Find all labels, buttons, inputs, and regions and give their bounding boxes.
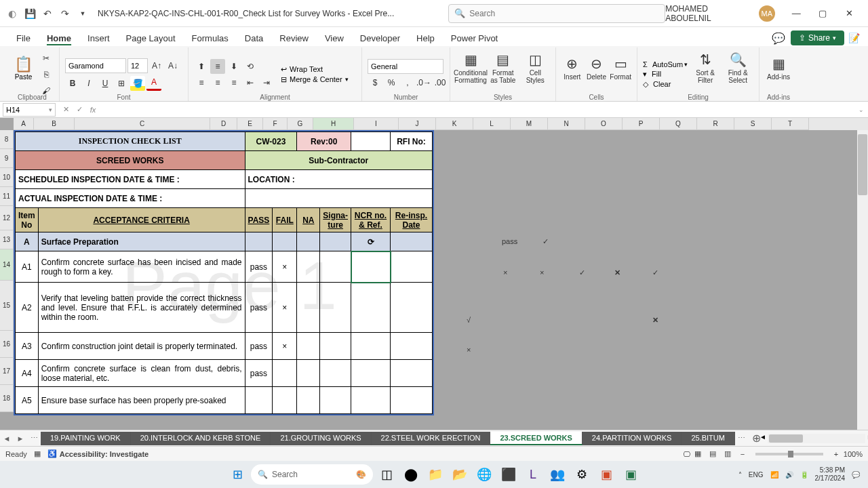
tab-review[interactable]: Review xyxy=(271,30,317,46)
tab-insert[interactable]: Insert xyxy=(79,30,118,46)
criteria-header[interactable]: ACCEPTANCE CRITERIA xyxy=(38,208,245,232)
formula-input[interactable] xyxy=(103,106,859,114)
paste-button[interactable]: 📋 Paste xyxy=(11,49,36,87)
sheet-tab[interactable]: 24.PARTITION WORKS xyxy=(583,432,682,445)
avatar[interactable]: MA xyxy=(759,5,774,22)
sheet-tab[interactable]: 20.INTERLOCK AND KERB STONE xyxy=(131,432,271,445)
row-header-10[interactable]: 10 xyxy=(0,168,14,187)
col-header-Q[interactable]: Q xyxy=(660,118,697,130)
format-as-table-button[interactable]: ▤Format as Table xyxy=(488,49,518,87)
outlook-button[interactable]: ⬛ xyxy=(498,464,519,485)
zoom-in-button[interactable]: + xyxy=(829,448,844,460)
settings-button[interactable]: ⚙ xyxy=(571,464,593,485)
row-header-8[interactable]: 8 xyxy=(0,130,14,149)
col-header-P[interactable]: P xyxy=(623,118,660,130)
align-right-button[interactable]: ≡ xyxy=(226,75,241,90)
tab-formulas[interactable]: Formulas xyxy=(184,30,237,46)
sheet-tab[interactable]: 19.PAINTING WORK xyxy=(41,432,131,445)
section-a-no[interactable]: A xyxy=(16,232,39,251)
sort-filter-button[interactable]: ⇅Sort & Filter xyxy=(690,49,720,87)
fx-button[interactable]: fx xyxy=(87,104,99,116)
item-sig[interactable] xyxy=(320,387,351,414)
tab-view[interactable]: View xyxy=(317,30,352,46)
item-sig[interactable] xyxy=(320,333,351,360)
item-ncr[interactable] xyxy=(351,387,391,414)
col-header-I[interactable]: I xyxy=(354,118,399,130)
row-header-9[interactable]: 9 xyxy=(0,149,14,168)
decrease-indent-button[interactable]: ⇤ xyxy=(243,75,258,90)
item-text[interactable]: Confirm concrete surface has been incise… xyxy=(38,251,245,283)
save-icon[interactable]: 💾 xyxy=(23,7,37,20)
col-header-G[interactable]: G xyxy=(288,118,313,130)
na-header[interactable]: NA xyxy=(297,208,320,232)
merge-center-button[interactable]: ⊟Merge & Center▾ xyxy=(281,75,349,84)
increase-indent-button[interactable]: ⇥ xyxy=(259,75,274,90)
sheet-tab[interactable]: 23.SCREED WORKS xyxy=(490,432,582,445)
float-x1[interactable]: × xyxy=(503,268,507,277)
addins-button[interactable]: ▦Add-ins xyxy=(765,49,792,87)
item-na[interactable] xyxy=(297,251,320,283)
item-fail[interactable]: × xyxy=(273,251,297,283)
tray-battery-icon[interactable]: 🔋 xyxy=(800,471,808,479)
zoom-level[interactable]: 100% xyxy=(844,450,863,458)
row-header-15[interactable]: 15 xyxy=(0,281,14,331)
row-header-18[interactable]: 18 xyxy=(0,385,14,412)
float-x3[interactable]: × xyxy=(467,346,471,354)
font-color-button[interactable]: A xyxy=(146,76,161,91)
vertical-scrollbar[interactable] xyxy=(857,130,868,430)
table-row[interactable]: A2Verify that leveling batten provide th… xyxy=(16,283,433,333)
mode-button[interactable]: 📝 xyxy=(848,33,860,43)
col-header-S[interactable]: S xyxy=(734,118,772,130)
share-button[interactable]: ⇪ Share ▾ xyxy=(791,30,844,45)
row-header-16[interactable]: 16 xyxy=(0,331,14,358)
float-sqrt[interactable]: √ xyxy=(467,316,471,324)
accessibility-icon[interactable]: ♿ xyxy=(47,449,57,458)
accessibility-status[interactable]: Accessibility: Investigate xyxy=(60,450,149,458)
row-header-17[interactable]: 17 xyxy=(0,358,14,385)
item-sig[interactable] xyxy=(320,360,351,387)
item-ncr[interactable] xyxy=(351,333,391,360)
wrap-text-button[interactable]: ↩Wrap Text xyxy=(281,65,349,74)
signature-header[interactable]: Signa-ture xyxy=(320,208,351,232)
item-pass[interactable]: pass xyxy=(245,251,273,283)
item-no[interactable]: A3 xyxy=(16,333,39,360)
bold-button[interactable]: B xyxy=(65,76,80,91)
redo-icon[interactable]: ↷ xyxy=(58,7,72,20)
item-reinsp[interactable] xyxy=(391,251,433,283)
float-xb[interactable]: ✕ xyxy=(614,268,620,277)
float-check2[interactable]: ✓ xyxy=(579,268,585,277)
page-layout-view-button[interactable]: ▤ xyxy=(705,448,720,460)
col-header-O[interactable]: O xyxy=(585,118,623,130)
italic-button[interactable]: I xyxy=(81,76,96,91)
tab-help[interactable]: Help xyxy=(408,30,443,46)
item-na[interactable] xyxy=(297,387,320,414)
font-size-select[interactable] xyxy=(127,58,148,73)
tab-page-layout[interactable]: Page Layout xyxy=(118,30,184,46)
ncr-header[interactable]: NCR no. & Ref. xyxy=(351,208,391,232)
col-header-K[interactable]: K xyxy=(436,118,473,130)
item-reinsp[interactable] xyxy=(391,360,433,387)
powerpoint-button[interactable]: ▣ xyxy=(595,464,617,485)
works-cell[interactable]: SCREED WORKS xyxy=(16,151,245,170)
expand-formula-button[interactable]: ⌄ xyxy=(859,106,864,113)
zoom-out-button[interactable]: − xyxy=(735,448,750,460)
normal-view-button[interactable]: ▦ xyxy=(690,448,705,460)
sheet-nav-next[interactable]: ► xyxy=(14,432,27,445)
float-x2[interactable]: × xyxy=(540,268,544,277)
find-select-button[interactable]: 🔍Find & Select xyxy=(723,49,753,87)
delete-cells-button[interactable]: ⊖Delete xyxy=(586,49,608,87)
display-settings[interactable]: 🖵 xyxy=(683,450,690,458)
percent-button[interactable]: % xyxy=(384,75,399,90)
item-pass[interactable] xyxy=(245,387,273,414)
cw-cell[interactable]: CW-023 xyxy=(245,132,297,151)
format-cells-button[interactable]: ▭Format xyxy=(610,49,631,87)
align-left-button[interactable]: ≡ xyxy=(194,75,209,90)
checklist-table[interactable]: INSPECTION CHECK LIST CW-023 Rev:00 RFI … xyxy=(15,131,433,414)
cancel-formula-button[interactable]: ✕ xyxy=(60,104,72,116)
underline-button[interactable]: U xyxy=(98,76,113,91)
item-fail[interactable] xyxy=(273,360,297,387)
float-pass[interactable]: pass xyxy=(502,237,517,245)
tray-lang[interactable]: ENG xyxy=(749,471,764,479)
comments-button[interactable]: 💬 xyxy=(770,30,787,46)
name-box[interactable]: ▾ xyxy=(3,103,56,117)
